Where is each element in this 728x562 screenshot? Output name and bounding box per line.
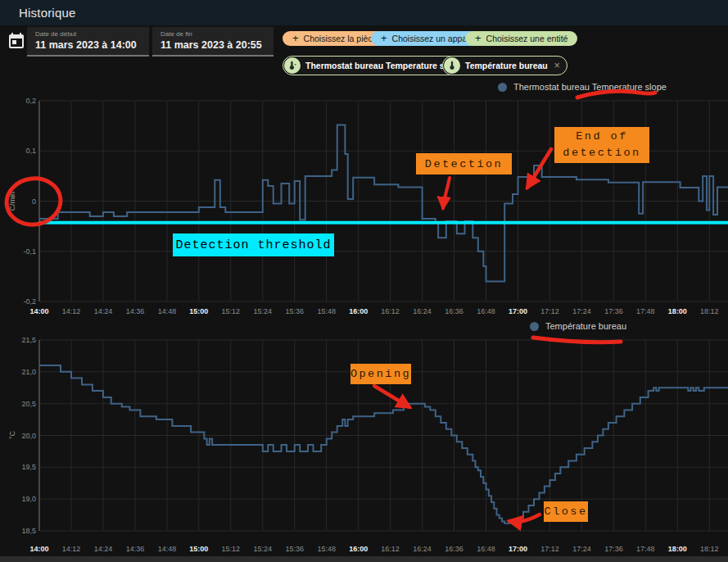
chart-temperature-slope: Thermostat bureau Temperature slope °C/m… bbox=[0, 78, 728, 321]
y-tick-label: 19,0 bbox=[21, 495, 36, 503]
x-tick-label: 15:00 bbox=[189, 545, 208, 553]
x-tick-label: 16:36 bbox=[445, 307, 463, 315]
x-tick-label: 17:12 bbox=[540, 545, 559, 553]
chart-temperature: Température bureau °C 14:0014:1214:2414:… bbox=[0, 321, 728, 562]
x-tick-label: 16:12 bbox=[381, 307, 400, 315]
x-tick-label: 17:36 bbox=[604, 307, 623, 315]
entity-chip-label: Thermostat bureau Temperature slope bbox=[305, 61, 462, 70]
x-tick-label: 15:48 bbox=[317, 307, 336, 315]
x-tick-label: 15:36 bbox=[285, 307, 304, 315]
choose-entity-label: Choisissez une entité bbox=[486, 34, 568, 43]
legend-label: Température bureau bbox=[545, 321, 626, 331]
legend-temperature[interactable]: Température bureau bbox=[530, 321, 626, 331]
choose-area-label: Choisissez la pièce bbox=[304, 34, 378, 43]
x-tick-label: 18:12 bbox=[700, 545, 719, 553]
history-page: Historique Date de début 11 mars 2023 à … bbox=[0, 0, 728, 562]
y-tick-label: 18,5 bbox=[21, 527, 36, 535]
y-tick-label: 21,5 bbox=[21, 336, 36, 344]
x-tick-label: 16:48 bbox=[477, 307, 495, 315]
y-tick-label: 0 bbox=[32, 197, 36, 206]
x-tick-label: 15:12 bbox=[222, 545, 241, 553]
x-tick-label: 15:48 bbox=[317, 545, 336, 553]
entity-chip-temperature[interactable]: Température bureau × bbox=[442, 56, 567, 75]
y-tick-label: 19,5 bbox=[21, 463, 36, 471]
plus-icon: + bbox=[475, 32, 482, 44]
legend-dot bbox=[498, 83, 507, 92]
y-axis-unit-label: °C/min bbox=[8, 181, 16, 224]
legend-dot bbox=[530, 322, 539, 331]
date-start-field[interactable]: Date de début 11 mars 2023 à 14:00 bbox=[27, 27, 149, 57]
x-tick-label: 14:24 bbox=[94, 545, 113, 553]
x-tick-label: 18:12 bbox=[700, 307, 719, 315]
x-tick-label: 15:00 bbox=[189, 307, 208, 315]
thermometer-icon bbox=[444, 57, 460, 74]
x-tick-label: 18:00 bbox=[668, 545, 687, 553]
x-tick-label: 14:48 bbox=[158, 545, 177, 553]
x-tick-label: 16:48 bbox=[477, 545, 495, 553]
x-tick-label: 17:48 bbox=[636, 545, 655, 553]
y-tick-label: 20,5 bbox=[21, 400, 36, 408]
x-tick-label: 17:48 bbox=[636, 307, 655, 315]
x-tick-label: 16:36 bbox=[445, 545, 463, 553]
x-tick-label: 15:36 bbox=[285, 545, 304, 553]
x-tick-label: 17:24 bbox=[572, 307, 591, 315]
date-end-field[interactable]: Date de fin 11 mars 2023 à 20:55 bbox=[152, 27, 274, 57]
x-tick-label: 16:12 bbox=[381, 545, 400, 553]
choose-entity-button[interactable]: + Choisissez une entité bbox=[465, 31, 577, 46]
x-tick-label: 14:24 bbox=[94, 307, 113, 315]
page-title: Historique bbox=[19, 6, 76, 20]
x-tick-label: 17:12 bbox=[540, 307, 559, 315]
plus-icon: + bbox=[381, 32, 387, 44]
x-tick-label: 16:24 bbox=[413, 545, 432, 553]
x-tick-label: 15:24 bbox=[254, 307, 273, 315]
series-line bbox=[39, 365, 728, 523]
x-tick-label: 17:24 bbox=[572, 545, 591, 553]
y-tick-label: -0,2 bbox=[23, 297, 36, 306]
legend-temperature-slope[interactable]: Thermostat bureau Temperature slope bbox=[498, 82, 667, 92]
x-tick-label: 17:00 bbox=[509, 545, 527, 553]
x-tick-label: 15:24 bbox=[254, 545, 273, 553]
date-end-value: 11 mars 2023 à 20:55 bbox=[161, 39, 262, 51]
date-start-value: 11 mars 2023 à 14:00 bbox=[35, 39, 137, 51]
entity-chip-label: Température bureau bbox=[465, 61, 548, 70]
x-tick-label: 16:00 bbox=[349, 307, 368, 315]
y-tick-label: 21,0 bbox=[21, 368, 36, 376]
chart-canvas-slope[interactable]: 14:0014:1214:2414:3614:4815:0015:1215:24… bbox=[0, 78, 728, 321]
legend-label: Thermostat bureau Temperature slope bbox=[513, 82, 667, 92]
x-tick-label: 14:12 bbox=[62, 545, 81, 553]
chart-canvas-temperature[interactable]: 14:0014:1214:2414:3614:4815:0015:1215:24… bbox=[0, 321, 728, 562]
calendar-icon[interactable] bbox=[7, 31, 26, 51]
x-tick-label: 14:00 bbox=[29, 545, 48, 553]
x-tick-label: 15:12 bbox=[222, 307, 241, 315]
x-tick-label: 17:36 bbox=[604, 545, 623, 553]
x-tick-label: 14:36 bbox=[126, 545, 145, 553]
x-tick-label: 18:00 bbox=[668, 307, 687, 315]
date-start-label: Date de début bbox=[35, 30, 76, 38]
y-tick-label: -0,1 bbox=[23, 247, 36, 256]
x-tick-label: 14:36 bbox=[126, 307, 145, 315]
series-line bbox=[39, 125, 728, 281]
x-tick-label: 17:00 bbox=[509, 307, 527, 315]
y-tick-label: 0,2 bbox=[25, 97, 36, 105]
y-tick-label: 0,1 bbox=[25, 147, 36, 155]
date-end-label: Date de fin bbox=[161, 30, 192, 38]
plus-icon: + bbox=[292, 32, 299, 44]
y-tick-label: 20,0 bbox=[21, 432, 36, 440]
x-tick-label: 14:12 bbox=[62, 307, 81, 315]
close-icon[interactable]: × bbox=[554, 60, 560, 71]
app-header: Historique bbox=[0, 0, 728, 25]
x-tick-label: 14:00 bbox=[29, 307, 48, 315]
thermometer-chevron-icon bbox=[284, 57, 301, 74]
x-tick-label: 14:48 bbox=[158, 307, 177, 315]
bottom-scroll-edge bbox=[0, 556, 728, 562]
y-axis-unit-label: °C bbox=[8, 426, 16, 444]
x-tick-label: 16:00 bbox=[349, 545, 368, 553]
x-tick-label: 16:24 bbox=[413, 307, 432, 315]
